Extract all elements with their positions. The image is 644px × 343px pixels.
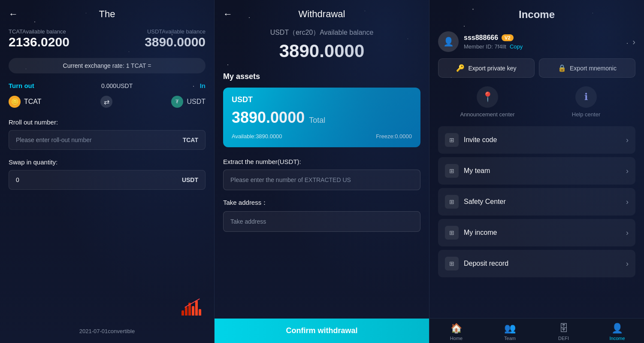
usdt-balance-value: 3890.0000 bbox=[145, 35, 206, 49]
export-private-key-label: Export private key bbox=[468, 65, 516, 72]
nav-home[interactable]: 🏠 Home bbox=[429, 323, 483, 341]
help-center-item[interactable]: ℹ Help center bbox=[537, 86, 635, 118]
swap-direction-row: Turn out 0.000USDT In bbox=[9, 82, 206, 89]
asset-available: Available:3890.0000 bbox=[232, 133, 282, 140]
balance-columns: TCATAvailable balance 2136.0200 USDTAvai… bbox=[9, 28, 206, 56]
zero-usdt-value: 0.000USDT bbox=[101, 82, 133, 89]
panel2-header: ← Withdrawal bbox=[223, 9, 420, 20]
team-icon: 👥 bbox=[504, 323, 516, 334]
roll-out-input[interactable] bbox=[16, 137, 183, 143]
help-icon: ℹ bbox=[575, 86, 597, 108]
exchange-rate-box: Current exchange rate: 1 TCAT = bbox=[9, 58, 206, 73]
member-id-label: Member ID: 7f4llt bbox=[464, 43, 506, 50]
lock-icon: 🔒 bbox=[558, 64, 566, 72]
menu-item-invite-code-left: ⊞ Invite code bbox=[445, 133, 497, 147]
my-team-icon: ⊞ bbox=[445, 164, 459, 178]
extract-input-wrapper[interactable] bbox=[223, 170, 420, 190]
profile-arrow-icon[interactable]: › bbox=[632, 37, 635, 47]
invite-code-arrow-icon: › bbox=[626, 136, 629, 145]
swap-in-suffix: USDT bbox=[182, 176, 198, 183]
menu-item-my-income[interactable]: ⊞ My income › bbox=[438, 219, 635, 246]
export-private-key-button[interactable]: 🔑 Export private key bbox=[438, 58, 535, 78]
my-team-label: My team bbox=[464, 167, 490, 175]
profile-info: sss888666 V2 Member ID: 7f4llt Copy bbox=[464, 34, 632, 50]
menu-item-my-team-left: ⊞ My team bbox=[445, 164, 490, 178]
defi-icon: 🗄 bbox=[559, 323, 568, 334]
menu-item-my-income-left: ⊞ My income bbox=[445, 226, 497, 240]
token-row: 🪙 TCAT ⇄ ₮ USDT bbox=[9, 96, 206, 108]
extract-label: Extract the number(USDT): bbox=[223, 158, 420, 165]
nav-defi-label: DEFI bbox=[558, 336, 569, 341]
my-income-arrow-icon: › bbox=[626, 228, 629, 237]
menu-item-my-team[interactable]: ⊞ My team › bbox=[438, 157, 635, 185]
usdt-token: ₮ USDT bbox=[171, 96, 206, 108]
income-title: Income bbox=[438, 9, 635, 21]
swap-in-value: 0 bbox=[16, 176, 19, 183]
safety-center-label: Safety Center bbox=[464, 198, 506, 206]
usdt-balance-section: USDTAvailable balance 3890.0000 bbox=[145, 28, 206, 56]
panel2-back-arrow[interactable]: ← bbox=[223, 9, 233, 20]
exchange-panel: ← The TCATAvailable balance 2136.0200 US… bbox=[0, 0, 215, 343]
roll-out-label: Rroll out number: bbox=[9, 118, 206, 126]
income-header: Income bbox=[429, 0, 644, 31]
usdt-balance-label: USDTAvailable balance bbox=[145, 28, 206, 35]
chart-icon bbox=[181, 298, 201, 317]
tcat-icon: 🪙 bbox=[9, 96, 21, 108]
member-id-row: Member ID: 7f4llt Copy bbox=[464, 43, 632, 50]
take-address-label: Take address： bbox=[223, 199, 420, 207]
asset-detail-row: Available:3890.0000 Freeze:0.0000 bbox=[232, 133, 412, 140]
avatar: 👤 bbox=[438, 31, 459, 52]
help-center-label: Help center bbox=[572, 111, 600, 118]
announcement-center-item[interactable]: 📍 Announcement center bbox=[438, 86, 537, 118]
tcat-token: 🪙 TCAT bbox=[9, 96, 42, 108]
my-assets-title: My assets bbox=[223, 72, 420, 81]
key-buttons-row: 🔑 Export private key 🔒 Export mnemonic bbox=[429, 58, 644, 78]
swap-in-value-wrapper: 0 USDT bbox=[9, 170, 206, 190]
menu-item-deposit-record[interactable]: ⊞ Deposit record › bbox=[438, 250, 635, 277]
confirm-withdrawal-button[interactable]: Confirm withdrawal bbox=[215, 319, 429, 343]
menu-item-safety-center[interactable]: ⊞ Safety Center › bbox=[438, 188, 635, 216]
v2-badge: V2 bbox=[502, 34, 513, 41]
home-icon: 🏠 bbox=[450, 323, 462, 334]
menu-item-invite-code[interactable]: ⊞ Invite code › bbox=[438, 126, 635, 154]
my-income-label: My income bbox=[464, 229, 497, 237]
panel1-back-arrow[interactable]: ← bbox=[9, 9, 18, 20]
announcement-center-label: Announcement center bbox=[460, 111, 514, 118]
panel1-title: The bbox=[99, 9, 115, 20]
turn-out-label: Turn out bbox=[9, 82, 34, 89]
asset-total-label: Total bbox=[309, 116, 325, 125]
nav-team-label: Team bbox=[504, 336, 516, 341]
announcement-icon: 📍 bbox=[477, 86, 498, 108]
footer-date: 2021-07-01convertible bbox=[0, 328, 214, 334]
nav-income[interactable]: 👤 Income bbox=[590, 323, 644, 341]
take-address-input-wrapper[interactable] bbox=[223, 211, 420, 232]
withdrawal-panel: ← Withdrawal USDT（erc20）Available balanc… bbox=[215, 0, 429, 343]
in-label: In bbox=[200, 82, 206, 89]
panel1-header: ← The bbox=[9, 9, 206, 20]
tcat-balance-section: TCATAvailable balance 2136.0200 bbox=[9, 28, 70, 56]
usdt-icon: ₮ bbox=[171, 96, 183, 108]
key-icon: 🔑 bbox=[456, 64, 465, 72]
menu-list: ⊞ Invite code › ⊞ My team › ⊞ Safety Cen… bbox=[429, 126, 644, 318]
swap-arrows-icon[interactable]: ⇄ bbox=[100, 96, 112, 108]
usdt-token-label: USDT bbox=[187, 98, 206, 106]
swap-in-label: Swap in quantity: bbox=[9, 158, 206, 166]
export-mnemonic-button[interactable]: 🔒 Export mnemonic bbox=[539, 58, 635, 78]
invite-code-icon: ⊞ bbox=[445, 133, 459, 147]
take-address-input[interactable] bbox=[230, 218, 413, 225]
tcat-balance-value: 2136.0200 bbox=[9, 35, 70, 49]
nav-defi[interactable]: 🗄 DEFI bbox=[537, 323, 590, 341]
asset-total-row: 3890.0000 Total bbox=[232, 109, 412, 127]
export-mnemonic-label: Export mnemonic bbox=[570, 65, 617, 72]
my-income-icon: ⊞ bbox=[445, 226, 459, 240]
deposit-record-icon: ⊞ bbox=[445, 257, 459, 270]
safety-center-arrow-icon: › bbox=[626, 197, 629, 206]
deposit-record-arrow-icon: › bbox=[626, 259, 629, 268]
copy-button[interactable]: Copy bbox=[510, 43, 523, 50]
extract-input[interactable] bbox=[230, 176, 413, 183]
nav-team[interactable]: 👥 Team bbox=[483, 323, 537, 341]
nav-home-label: Home bbox=[450, 336, 463, 341]
roll-out-input-wrapper[interactable]: TCAT bbox=[9, 130, 206, 150]
username-row: sss888666 V2 bbox=[464, 34, 632, 42]
income-panel: Income 👤 sss888666 V2 Member ID: 7f4llt … bbox=[429, 0, 644, 343]
